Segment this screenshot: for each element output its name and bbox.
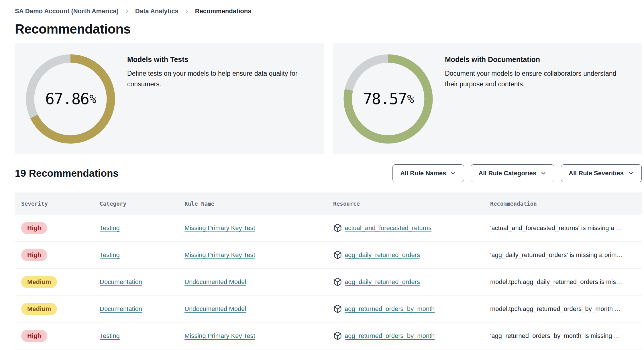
recommendation-text: model.tpch.agg_returned_orders_by_month … [490,305,621,313]
resource-link[interactable]: agg_returned_orders_by_month [345,332,435,340]
model-cube-icon [333,304,342,313]
column-header-severity: Severity [15,201,100,207]
column-header-recommendation: Recommendation [490,201,642,207]
rule-name-link[interactable]: Missing Primary Key Test [184,224,255,232]
table-body: High Testing Missing Primary Key Test ac… [15,215,642,349]
chevron-down-icon [450,170,456,176]
breadcrumb-project-link[interactable]: Data Analytics [135,7,178,15]
model-cube-icon [333,250,342,259]
rule-name-link[interactable]: Undocumented Model [184,278,246,286]
chevron-down-icon [628,170,634,176]
table-row: High Testing Missing Primary Key Test ac… [15,215,642,242]
breadcrumb-current: Recommendations [195,7,252,15]
severity-badge: High [21,330,47,342]
rule-severities-filter-dropdown[interactable]: All Rule Severities [561,164,642,182]
breadcrumb-account-link[interactable]: SA Demo Account (North America) [15,7,119,15]
column-header-category: Category [100,201,184,207]
resource-link[interactable]: agg_daily_returned_orders [345,251,420,259]
column-header-resource: Resource [333,201,490,207]
table-row: High Testing Missing Primary Key Test ag… [15,242,642,269]
rule-names-filter-dropdown[interactable]: All Rule Names [392,164,464,182]
category-link[interactable]: Testing [100,224,120,232]
chevron-right-icon [124,8,130,14]
list-header: 19 Recommendations All Rule Names All Ru… [15,164,642,182]
card-description: Document your models to ensure collabora… [445,68,628,90]
card-title: Models with Documentation [445,55,628,64]
page-title: Recommendations [15,21,642,37]
metric-cards: 67.86% Models with Tests Define tests on… [15,43,642,154]
card-title: Models with Tests [127,55,311,64]
severity-badge: Medium [21,303,57,315]
model-cube-icon [333,331,342,340]
breadcrumb: SA Demo Account (North America) Data Ana… [15,7,642,15]
rule-name-link[interactable]: Missing Primary Key Test [184,251,255,259]
tests-percent-label: 67.86% [25,53,116,145]
severity-badge: High [21,249,47,261]
column-header-rule-name: Rule Name [184,201,333,207]
severity-badge: Medium [21,276,57,288]
table-header: Severity Category Rule Name Resource Rec… [15,192,642,215]
recommendation-text: 'agg_returned_orders_by_month' is missin… [490,332,620,340]
recommendations-page: SA Demo Account (North America) Data Ana… [0,0,644,349]
model-cube-icon [333,277,342,286]
category-link[interactable]: Testing [100,332,120,340]
chevron-right-icon [184,8,190,14]
table-row: Medium Documentation Undocumented Model … [15,269,642,295]
resource-link[interactable]: actual_and_forecasted_returns [345,224,431,232]
recommendations-count-title: 19 Recommendations [15,168,119,179]
recommendations-table: Severity Category Rule Name Resource Rec… [15,192,642,349]
recommendation-text: 'agg_daily_returned_orders' is missing a… [490,251,623,259]
tests-donut-chart: 67.86% [25,53,116,145]
resource-link[interactable]: agg_daily_returned_orders [345,278,420,286]
models-with-tests-card: 67.86% Models with Tests Define tests on… [15,43,324,154]
category-link[interactable]: Testing [100,251,120,259]
category-link[interactable]: Documentation [100,278,142,286]
category-link[interactable]: Documentation [100,305,142,313]
models-with-documentation-card: 78.57% Models with Documentation Documen… [333,43,642,154]
card-description: Define tests on your models to help ensu… [127,68,311,90]
documentation-donut-chart: 78.57% [342,53,434,145]
chevron-down-icon [540,170,547,176]
documentation-percent-label: 78.57% [342,53,434,145]
severity-badge: High [21,222,47,234]
model-cube-icon [333,223,342,232]
filter-bar: All Rule Names All Rule Categories All R… [392,164,642,182]
recommendation-text: model.tpch.agg_daily_returned_orders is … [490,278,622,286]
resource-link[interactable]: agg_returned_orders_by_month [345,305,435,313]
rule-name-link[interactable]: Missing Primary Key Test [184,332,255,340]
table-row: Medium Documentation Undocumented Model … [15,295,642,322]
rule-categories-filter-dropdown[interactable]: All Rule Categories [471,164,554,182]
rule-name-link[interactable]: Undocumented Model [184,305,246,313]
recommendation-text: 'actual_and_forecasted_returns' is missi… [490,224,622,232]
table-row: High Testing Missing Primary Key Test ag… [15,322,642,349]
